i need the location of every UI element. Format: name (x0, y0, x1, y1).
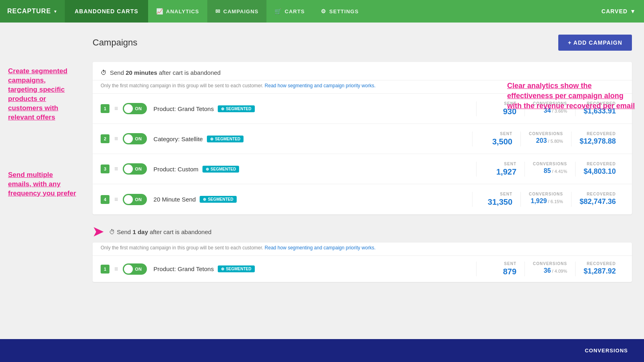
sidebar: Create segmented campaigns, targeting sp… (0, 23, 85, 362)
nav-items: 📈 ANALYTICS ✉ CAMPAIGNS 🛒 CARTS ⚙ SETTIN… (148, 0, 594, 23)
nav-right-chevron-icon: ▼ (630, 8, 636, 14)
segmented-badge-1-2: ⊕ SEGMENTED (207, 136, 244, 142)
toggle-knob-2 (124, 134, 133, 143)
toggle-knob-2-1 (124, 265, 133, 274)
stat-sent-2-1: SENT 879 (476, 261, 524, 276)
stat-sent-1-3: SENT 1,927 (476, 162, 524, 177)
segmented-badge-1-4: ⊕ SEGMENTED (200, 196, 236, 203)
group-2-subtext: Only the first matching campaign in this… (93, 243, 632, 256)
segmented-badge-1-3: ⊕ SEGMENTED (202, 166, 239, 173)
right-annotation: Clear analytics show the effectiveness p… (507, 81, 636, 111)
toggle-label-2: ON (135, 136, 142, 141)
clock-icon: ⏱ (101, 69, 107, 76)
row-number-3: 3 (101, 165, 109, 173)
stat-conv-1-2: CONVERSIONS 203 / 5.80% (520, 132, 571, 146)
stat-conv-2-1: CONVERSIONS 36 / 4.09% (524, 261, 575, 276)
stats-2-1: SENT 879 CONVERSIONS 36 / 4.09% RECOVERE… (476, 261, 624, 276)
nav-right-brand[interactable]: CARVED ▼ (593, 0, 644, 23)
row-number-4: 4 (101, 195, 109, 204)
page-header: Campaigns + ADD CAMPAIGN (93, 35, 632, 51)
toggle-2-1[interactable]: ON (123, 263, 147, 275)
stats-1-2: SENT 3,500 CONVERSIONS 203 / 5.80% RECOV… (472, 132, 624, 146)
toggle-1-1[interactable]: ON (123, 103, 147, 114)
campaign-row-1-4: 4 ≡ ON 20 Minute Send ⊕ SEGMENTED SENT (93, 184, 632, 214)
campaign-name-2-1: Product: Grand Tetons ⊕ SEGMENTED (153, 265, 476, 272)
stat-rec-2-1: RECOVERED $1,287.92 (575, 261, 624, 276)
toggle-label: ON (135, 106, 142, 111)
settings-icon: ⚙ (321, 8, 326, 14)
segment-icon-2: ⊕ (210, 137, 213, 141)
campaign-row-1-3: 3 ≡ ON Product: Custom ⊕ SEGMENTED SENT (93, 154, 632, 184)
stats-1-3: SENT 1,927 CONVERSIONS 85 / 4.41% RECOVE… (476, 162, 624, 177)
main-layout: Create segmented campaigns, targeting sp… (0, 23, 644, 362)
row-number-2-1: 1 (101, 265, 109, 274)
bottom-bar: CONVERSIONS (0, 339, 644, 362)
row-number-2: 2 (101, 134, 109, 143)
drag-handle-3[interactable]: ≡ (114, 165, 118, 173)
campaign-name-1-4: 20 Minute Send ⊕ SEGMENTED (153, 196, 472, 203)
nav-analytics[interactable]: 📈 ANALYTICS (148, 0, 207, 23)
top-nav: RECAPTURE ▼ ABANDONED CARTS 📈 ANALYTICS … (0, 0, 644, 23)
drag-handle-2-1[interactable]: ≡ (114, 265, 118, 273)
bottom-bar-label: CONVERSIONS (585, 348, 628, 354)
nav-carts[interactable]: 🛒 CARTS (266, 0, 313, 23)
row-number-1: 1 (101, 104, 109, 113)
nav-settings[interactable]: ⚙ SETTINGS (313, 0, 367, 23)
segmented-badge-1-1: ⊕ SEGMENTED (218, 105, 254, 112)
campaign-name-1-1: Product: Grand Tetons ⊕ SEGMENTED (153, 105, 476, 112)
toggle-1-4[interactable]: ON (123, 194, 147, 205)
toggle-label-2-1: ON (135, 267, 142, 272)
conv-value-1-4: 1,929 / 6.15% (529, 197, 563, 205)
stat-rec-1-2: RECOVERED $12,978.88 (571, 132, 624, 146)
nav-campaigns[interactable]: ✉ CAMPAIGNS (207, 0, 266, 23)
drag-handle-4[interactable]: ≡ (114, 196, 118, 203)
campaigns-icon: ✉ (215, 8, 221, 14)
arrow-group2-icon: ➤ (93, 224, 103, 239)
stat-sent-1-2: SENT 3,500 (472, 132, 520, 146)
stat-conv-1-3: CONVERSIONS 85 / 4.41% (524, 162, 575, 177)
brand-name: RECAPTURE (7, 8, 51, 15)
campaign-row-2-1: 1 ≡ ON Product: Grand Tetons ⊕ SEGMENTED… (93, 256, 632, 282)
campaign-group-2: Only the first matching campaign in this… (93, 243, 632, 282)
stat-rec-1-4: RECOVERED $82,747.36 (571, 192, 624, 207)
conv-value-1-2: 203 / 5.80% (529, 137, 563, 144)
drag-handle-2[interactable]: ≡ (114, 135, 118, 142)
carts-icon: 🛒 (275, 8, 282, 14)
segmented-badge-2-1: ⊕ SEGMENTED (218, 265, 254, 272)
toggle-knob-3 (124, 165, 133, 173)
segment-icon-4: ⊕ (203, 197, 206, 202)
content-area: Campaigns + ADD CAMPAIGN Clear analytics… (85, 23, 644, 362)
group-1-link[interactable]: Read how segmenting and campaign priorit… (265, 83, 376, 88)
toggle-knob (124, 104, 133, 113)
drag-handle[interactable]: ≡ (114, 105, 118, 112)
campaign-name-1-3: Product: Custom ⊕ SEGMENTED (153, 166, 476, 173)
conv-value-1-3: 85 / 4.41% (533, 167, 567, 175)
toggle-1-3[interactable]: ON (123, 163, 147, 175)
toggle-1-2[interactable]: ON (123, 133, 147, 144)
sidebar-annotation-2: Send multiple emails, with any frequency… (8, 171, 76, 198)
stats-1-4: SENT 31,350 CONVERSIONS 1,929 / 6.15% RE… (472, 192, 624, 207)
toggle-label-4: ON (135, 197, 142, 202)
group-2-link[interactable]: Read how segmenting and campaign priorit… (265, 245, 376, 251)
segment-icon: ⊕ (221, 107, 224, 111)
segment-icon-2-1: ⊕ (221, 267, 224, 271)
toggle-label-3: ON (135, 167, 142, 171)
group2-header-text: ⏱ Send 1 day after cart is abandoned (109, 228, 211, 235)
stat-conv-1-4: CONVERSIONS 1,929 / 6.15% (520, 192, 571, 207)
brand-logo[interactable]: RECAPTURE ▼ (0, 0, 65, 23)
toggle-knob-4 (124, 195, 133, 204)
stat-rec-1-3: RECOVERED $4,803.10 (575, 162, 624, 177)
group-1-header: ⏱ Send 20 minutes after cart is abandone… (93, 62, 632, 80)
group2-intro: ➤ ⏱ Send 1 day after cart is abandoned (93, 224, 632, 239)
group-1-header-text: Send 20 minutes after cart is abandoned (110, 69, 221, 76)
add-campaign-button[interactable]: + ADD CAMPAIGN (558, 35, 632, 51)
sidebar-annotation-1: Create segmented campaigns, targeting sp… (8, 67, 76, 122)
brand-chevron-icon: ▼ (54, 9, 58, 14)
campaign-row-1-2: 2 ≡ ON Category: Satellite ⊕ SEGMENTED S… (93, 124, 632, 154)
nav-abandoned-carts: ABANDONED CARTS (65, 0, 148, 23)
stat-sent-1-4: SENT 31,350 (472, 192, 520, 207)
analytics-icon: 📈 (156, 8, 163, 14)
segment-icon-3: ⊕ (206, 167, 209, 171)
conv-value-2-1: 36 / 4.09% (533, 267, 567, 274)
campaign-name-1-2: Category: Satellite ⊕ SEGMENTED (153, 136, 472, 142)
